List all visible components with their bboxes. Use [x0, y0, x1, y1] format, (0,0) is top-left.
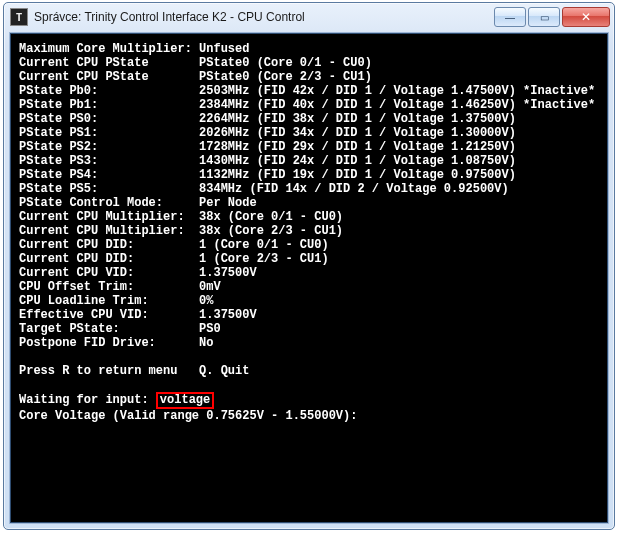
- title-bar[interactable]: T Správce: Trinity Control Interface K2 …: [4, 3, 614, 31]
- maximize-button[interactable]: ▭: [528, 7, 560, 27]
- close-icon: ✕: [581, 10, 591, 24]
- close-button[interactable]: ✕: [562, 7, 610, 27]
- window-title: Správce: Trinity Control Interface K2 - …: [34, 10, 492, 24]
- maximize-icon: ▭: [540, 12, 549, 23]
- minimize-icon: —: [505, 12, 515, 23]
- minimize-button[interactable]: —: [494, 7, 526, 27]
- console-area: Maximum Core Multiplier: Unfused Current…: [10, 33, 608, 523]
- app-icon: T: [10, 8, 28, 26]
- input-highlight: voltage: [156, 392, 214, 409]
- window-frame: T Správce: Trinity Control Interface K2 …: [3, 2, 615, 530]
